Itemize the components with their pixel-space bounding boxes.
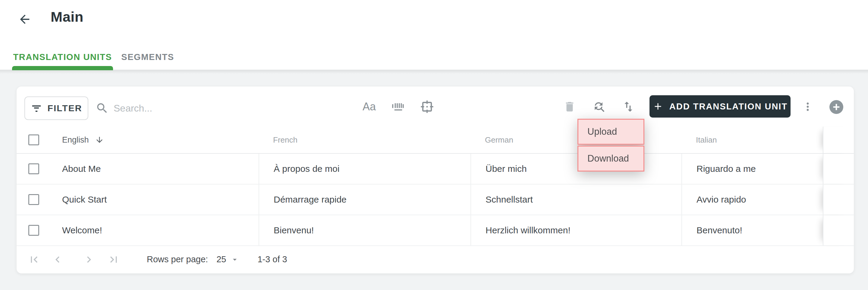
tab-bar: TRANSLATION UNITS SEGMENTS	[12, 44, 182, 70]
search-box	[96, 96, 282, 120]
cell-english[interactable]: Welcome!	[51, 215, 258, 245]
column-header-italian-label: Italian	[696, 135, 717, 145]
header-checkbox-cell	[17, 126, 51, 153]
pagination-range: 1-3 of 3	[257, 255, 287, 264]
add-translation-unit-label: ADD TRANSLATION UNIT	[670, 102, 787, 112]
quick-add-button[interactable]	[830, 100, 843, 114]
selection-frame-icon	[419, 99, 435, 115]
column-header-french-label: French	[273, 135, 298, 145]
back-button[interactable]	[18, 12, 32, 27]
filter-button-label: FILTER	[48, 103, 82, 113]
translation-units-page: Main TRANSLATION UNITS SEGMENTS FILTER A…	[0, 0, 868, 290]
arrow-drop-down-icon	[230, 255, 239, 264]
find-replace-icon	[592, 100, 606, 113]
match-case-icon: Aa	[363, 100, 376, 113]
row-checkbox[interactable]	[28, 194, 39, 205]
filter-button[interactable]: FILTER	[24, 96, 88, 120]
table-row[interactable]: About Me À propos de moi Über mich Rigua…	[17, 154, 854, 184]
arrow-left-icon	[18, 12, 32, 26]
whole-word-icon	[390, 99, 405, 114]
sort-descending-icon	[95, 135, 104, 144]
match-case-toggle[interactable]: Aa	[355, 87, 383, 126]
whole-word-toggle[interactable]	[384, 87, 411, 126]
column-header-italian[interactable]: Italian	[681, 126, 823, 153]
rows-per-page-select[interactable]: 25	[216, 255, 239, 264]
column-header-english[interactable]: English	[51, 126, 258, 153]
row-actions-cell	[823, 215, 854, 245]
first-page-icon	[28, 253, 40, 266]
cell-french[interactable]: Démarrage rapide	[258, 184, 470, 215]
header-actions-cell	[823, 126, 854, 153]
more-options-button[interactable]	[794, 87, 821, 126]
rows-per-page-value: 25	[216, 255, 226, 264]
plus-icon	[652, 101, 663, 112]
search-icon	[96, 102, 109, 115]
row-checkbox[interactable]	[28, 225, 39, 236]
cell-german[interactable]: Schnellstart	[470, 184, 681, 215]
column-header-german-label: German	[485, 135, 513, 145]
translation-units-card: FILTER Aa	[17, 87, 854, 273]
selection-frame-toggle[interactable]	[413, 87, 441, 126]
table-header-row: English French German Italian	[17, 126, 854, 154]
menu-item-download[interactable]: Download	[578, 146, 644, 172]
row-actions-cell	[823, 184, 854, 215]
pagination-bar: Rows per page: 25 1-3 of 3	[17, 246, 854, 273]
import-export-icon	[622, 100, 635, 113]
first-page-button[interactable]	[27, 253, 41, 266]
row-checkbox[interactable]	[28, 164, 39, 174]
tab-translation-units[interactable]: TRANSLATION UNITS	[12, 44, 113, 70]
top-bar: Main TRANSLATION UNITS SEGMENTS	[0, 0, 868, 70]
content-area: FILTER Aa	[0, 70, 868, 290]
delete-icon	[563, 100, 576, 113]
row-actions-cell	[823, 154, 854, 184]
cell-italian[interactable]: Benvenuto!	[681, 215, 823, 245]
chevron-right-icon	[83, 253, 95, 266]
cell-french[interactable]: À propos de moi	[258, 154, 470, 184]
cell-german[interactable]: Über mich	[470, 154, 681, 184]
menu-item-upload[interactable]: Upload	[578, 119, 644, 145]
card-toolbar: FILTER Aa	[17, 87, 854, 126]
search-input[interactable]	[114, 103, 282, 114]
cell-italian[interactable]: Avvio rapido	[681, 184, 823, 215]
column-header-german[interactable]: German	[470, 126, 681, 153]
cell-english[interactable]: About Me	[51, 154, 258, 184]
add-translation-unit-button[interactable]: ADD TRANSLATION UNIT	[650, 95, 790, 118]
cell-english[interactable]: Quick Start	[51, 184, 258, 215]
table-row[interactable]: Welcome! Bienvenu! Herzlich willkommen! …	[17, 215, 854, 246]
last-page-button[interactable]	[107, 253, 120, 266]
chevron-left-icon	[51, 253, 64, 266]
tab-segments[interactable]: SEGMENTS	[113, 44, 182, 70]
select-all-checkbox[interactable]	[28, 135, 39, 145]
more-vert-icon	[801, 100, 814, 113]
page-title: Main	[51, 8, 84, 25]
column-header-french[interactable]: French	[258, 126, 470, 153]
previous-page-button[interactable]	[51, 253, 64, 266]
cell-italian[interactable]: Riguardo a me	[681, 154, 823, 184]
last-page-icon	[107, 253, 120, 266]
add-circle-icon	[832, 102, 841, 112]
cell-french[interactable]: Bienvenu!	[258, 215, 470, 245]
rows-per-page-label: Rows per page:	[147, 255, 208, 264]
column-header-english-label: English	[62, 135, 89, 145]
next-page-button[interactable]	[82, 253, 96, 266]
import-export-menu: Upload Download	[578, 119, 644, 172]
filter-icon	[31, 103, 42, 114]
cell-german[interactable]: Herzlich willkommen!	[470, 215, 681, 245]
table-row[interactable]: Quick Start Démarrage rapide Schnellstar…	[17, 184, 854, 215]
